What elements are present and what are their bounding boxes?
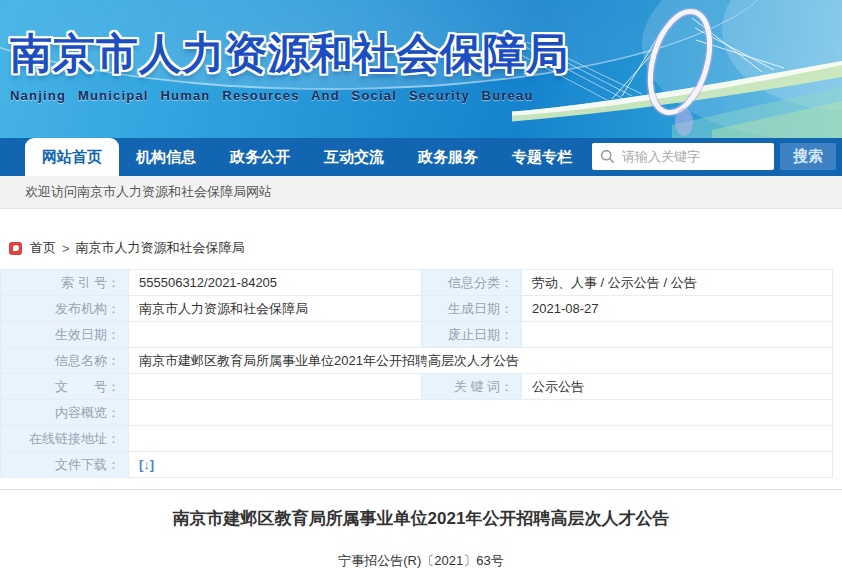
issuing-agency-label: 发布机构： [1,296,129,322]
breadcrumb-separator: > [62,241,70,256]
index-number-value: 555506312/2021-84205 [129,270,422,296]
doc-number-label: 文 号： [1,374,129,400]
effective-date-value [129,322,422,348]
expiry-date-value [522,322,833,348]
download-icon[interactable]: [↓] [139,457,154,472]
nav-tab-home[interactable]: 网站首页 [25,138,119,176]
issuing-agency-value: 南京市人力资源和社会保障局 [129,296,422,322]
online-link-value [129,426,833,452]
keyword-value: 公示公告 [522,374,833,400]
document-info-table: 索 引 号： 555506312/2021-84205 信息分类： 劳动、人事 … [0,269,833,478]
welcome-strip: 欢迎访问南京市人力资源和社会保障局网站 [0,176,842,209]
article-section: 南京市建邺区教育局所属事业单位2021年公开招聘高层次人才公告 宁事招公告(R)… [0,489,842,568]
article-title: 南京市建邺区教育局所属事业单位2021年公开招聘高层次人才公告 [0,507,842,530]
info-name-label: 信息名称： [1,348,129,374]
nav-tab-organization[interactable]: 机构信息 [119,138,213,176]
search-icon [600,149,615,164]
content-summary-label: 内容概览： [1,400,129,426]
breadcrumb-marker-icon [9,242,22,255]
main-navigation: 网站首页 机构信息 政务公开 互动交流 政务服务 专题专栏 搜索 [0,138,842,176]
info-category-label: 信息分类： [422,270,522,296]
search-area: 搜索 [592,143,836,170]
index-number-label: 索 引 号： [1,270,129,296]
search-input[interactable] [592,143,774,170]
created-date-label: 生成日期： [422,296,522,322]
search-button[interactable]: 搜索 [780,143,836,170]
table-row: 文件下载： [↓] [1,452,833,478]
keyword-label: 关 键 词： [422,374,522,400]
nav-tab-gov-disclosure[interactable]: 政务公开 [213,138,307,176]
breadcrumb: 首页 > 南京市人力资源和社会保障局 [0,239,842,257]
article-doc-number: 宁事招公告(R)〔2021〕63号 [0,552,842,568]
nav-tab-special-topics[interactable]: 专题专栏 [495,138,589,176]
expiry-date-label: 废止日期： [422,322,522,348]
nav-tab-interaction[interactable]: 互动交流 [307,138,401,176]
site-title: 南京市人力资源和社会保障局 [10,26,569,82]
effective-date-label: 生效日期： [1,322,129,348]
content-summary-value [129,400,833,426]
site-subtitle-english: Nanjing Municipal Human Resources And So… [10,88,534,103]
table-row: 信息名称： 南京市建邺区教育局所属事业单位2021年公开招聘高层次人才公告 [1,348,833,374]
info-name-value: 南京市建邺区教育局所属事业单位2021年公开招聘高层次人才公告 [129,348,833,374]
file-download-cell: [↓] [129,452,833,478]
table-row: 文 号： 关 键 词： 公示公告 [1,374,833,400]
table-row: 发布机构： 南京市人力资源和社会保障局 生成日期： 2021-08-27 [1,296,833,322]
doc-number-value [129,374,422,400]
table-row: 内容概览： [1,400,833,426]
breadcrumb-home-link[interactable]: 首页 [30,239,56,257]
table-row: 生效日期： 废止日期： [1,322,833,348]
table-row: 在线链接地址： [1,426,833,452]
file-download-label: 文件下载： [1,452,129,478]
info-category-value: 劳动、人事 / 公示公告 / 公告 [522,270,833,296]
nav-tab-gov-services[interactable]: 政务服务 [401,138,495,176]
header-banner: 南京市人力资源和社会保障局 Nanjing Municipal Human Re… [0,0,842,138]
welcome-text: 欢迎访问南京市人力资源和社会保障局网站 [25,183,272,201]
created-date-value: 2021-08-27 [522,296,833,322]
online-link-label: 在线链接地址： [1,426,129,452]
breadcrumb-current: 南京市人力资源和社会保障局 [76,239,245,257]
table-row: 索 引 号： 555506312/2021-84205 信息分类： 劳动、人事 … [1,270,833,296]
